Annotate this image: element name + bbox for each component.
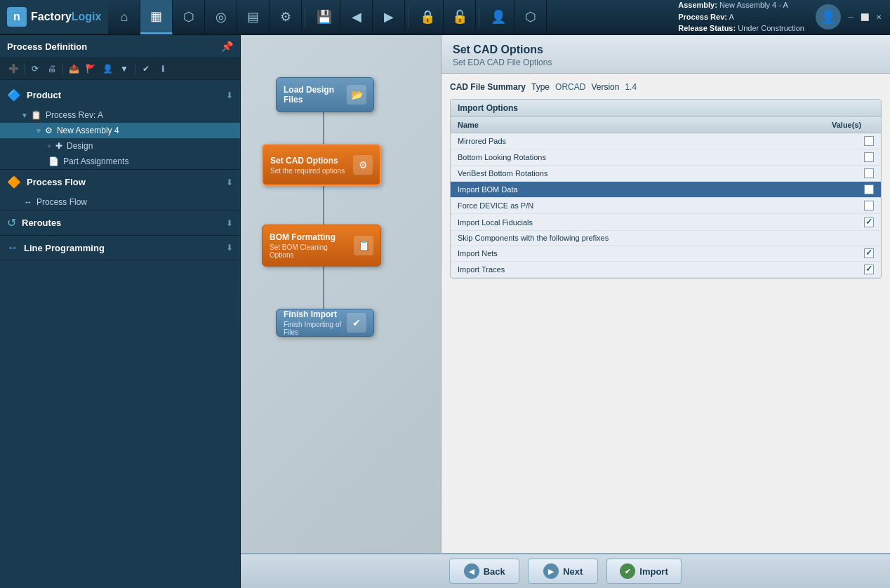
option-name: Bottom Looking Rotations	[451, 149, 825, 166]
back-icon[interactable]: ◀	[340, 0, 373, 34]
checkbox[interactable]	[864, 168, 874, 178]
globe-icon[interactable]: ◎	[205, 0, 237, 34]
checkbox[interactable]	[864, 218, 874, 227]
design-item[interactable]: ＋ ✚ Design	[0, 138, 240, 154]
checkbox[interactable]	[864, 265, 874, 274]
close-button[interactable]: ✕	[873, 11, 884, 22]
checkbox[interactable]	[864, 152, 874, 162]
bottom-bar: ◀ Back ▶ Next ✔ Import	[241, 553, 890, 588]
option-value[interactable]	[825, 166, 881, 182]
flag-button[interactable]: 🚩	[83, 61, 98, 76]
assembly-label: New Assembly 4	[57, 126, 119, 135]
assembly-label: Assembly: New Assembly 4 - A	[678, 0, 804, 11]
grid-icon[interactable]: ▦	[140, 0, 173, 34]
checkbox[interactable]	[864, 185, 874, 194]
pf-icon: ↔	[24, 197, 32, 207]
sidebar-item-line-programming[interactable]: ↔ Line Programming ⬇	[0, 236, 240, 260]
line-programming-section: ↔ Line Programming ⬇	[0, 236, 240, 260]
forward-icon[interactable]: ▶	[373, 0, 405, 34]
process-flow-icon: 🔶	[7, 175, 21, 189]
person-add-button[interactable]: 👤	[100, 61, 115, 76]
window-controls: ─ ⬜ ✕	[845, 11, 884, 22]
process-flow-label: Process Flow	[27, 177, 226, 187]
check-button[interactable]: ✔	[138, 61, 154, 76]
table-row[interactable]: Mirrored Pads	[451, 133, 881, 149]
restore-button[interactable]: ⬜	[859, 11, 870, 22]
option-value[interactable]	[825, 261, 881, 277]
option-value[interactable]	[825, 198, 881, 214]
refresh-button[interactable]: ⟳	[27, 61, 43, 76]
save-icon[interactable]: 💾	[308, 0, 340, 34]
table-row[interactable]: Bottom Looking Rotations	[451, 149, 881, 166]
document-icon[interactable]: ⬡	[173, 0, 205, 34]
cad-summary-label: CAD File Summary	[450, 82, 526, 92]
table-row[interactable]: VeriBest Bottom Rotations	[451, 166, 881, 182]
load-design-title: Load Design Files	[284, 85, 347, 105]
table-row[interactable]: Import Nets	[451, 245, 881, 261]
sidebar-item-process-flow[interactable]: 🔶 Process Flow ⬇	[0, 170, 240, 194]
bom-formatting-node[interactable]: BOM Formatting Set BOM Cleaning Options …	[262, 225, 381, 267]
checkbox[interactable]	[864, 201, 874, 211]
network-icon[interactable]: ⬡	[514, 0, 547, 34]
new-assembly-item[interactable]: ▼ ⚙ New Assembly 4	[0, 123, 240, 138]
checkbox[interactable]	[864, 248, 874, 258]
dropdown-button[interactable]: ▼	[117, 61, 132, 76]
line-prog-arrow-icon: ⬇	[226, 243, 233, 253]
option-value[interactable]	[825, 230, 881, 245]
user-avatar[interactable]: 👤	[816, 4, 841, 29]
pin-icon[interactable]: 📌	[221, 41, 233, 52]
print-button[interactable]: 🖨	[44, 61, 60, 76]
table-row[interactable]: Force DEVICE as P/N	[451, 198, 881, 214]
next-button[interactable]: ▶ Next	[528, 559, 598, 584]
import-button[interactable]: ✔ Import	[606, 559, 681, 584]
line-prog-label: Line Programming	[24, 243, 226, 253]
table-row[interactable]: Import Traces	[451, 261, 881, 277]
home-icon[interactable]: ⌂	[108, 0, 140, 34]
next-label: Next	[563, 566, 583, 577]
minimize-button[interactable]: ─	[845, 11, 856, 22]
part-assignments-label: Part Assignments	[63, 156, 128, 166]
option-name: Skip Components with the following prefi…	[451, 230, 825, 245]
finish-import-node[interactable]: Finish Import Finish Importing of Files …	[276, 309, 374, 337]
flow-canvas: Load Design Files 📂 Set CAD Options Set …	[241, 35, 441, 553]
gear-icon[interactable]: ⚙	[270, 0, 302, 34]
table-row[interactable]: Import BOM Data	[451, 182, 881, 198]
option-name: Import Traces	[451, 261, 825, 277]
option-name: Import BOM Data	[451, 182, 825, 198]
person-icon[interactable]: 👤	[482, 0, 514, 34]
option-value[interactable]	[825, 133, 881, 149]
checkbox[interactable]	[864, 136, 874, 146]
lock-icon[interactable]: 🔒	[411, 0, 444, 34]
set-cad-text: Set CAD Options Set the required options	[270, 156, 353, 175]
option-value[interactable]	[825, 245, 881, 261]
info-button[interactable]: ℹ	[155, 61, 171, 76]
lock-open-icon[interactable]: 🔓	[444, 0, 476, 34]
panel-subtitle: Set EDA CAD File Options	[453, 58, 879, 67]
expand-icon3: ＋	[46, 141, 53, 151]
load-design-node[interactable]: Load Design Files 📂	[276, 77, 374, 112]
sidebar-item-reroutes[interactable]: ↺ Reroutes ⬇	[0, 211, 240, 235]
table-icon[interactable]: ▤	[237, 0, 270, 34]
content-area: Load Design Files 📂 Set CAD Options Set …	[241, 35, 890, 588]
sidebar-item-product[interactable]: 🔷 Product ⬇	[0, 83, 240, 107]
option-value[interactable]	[825, 182, 881, 198]
back-button[interactable]: ◀ Back	[449, 559, 519, 584]
right-panel: Set CAD Options Set EDA CAD File Options…	[441, 35, 890, 553]
option-value[interactable]	[825, 214, 881, 230]
panel-header: Set CAD Options Set EDA CAD File Options	[441, 35, 890, 74]
option-value[interactable]	[825, 149, 881, 166]
process-rev-item[interactable]: ▼ 📋 Process Rev: A	[0, 107, 240, 123]
expand-icon2: ▼	[35, 127, 42, 135]
process-flow-item[interactable]: ↔ Process Flow	[0, 194, 240, 210]
set-cad-node[interactable]: Set CAD Options Set the required options…	[262, 144, 381, 186]
product-arrow-icon: ⬇	[226, 91, 233, 100]
table-row[interactable]: Skip Components with the following prefi…	[451, 230, 881, 245]
table-row[interactable]: Import Local Fiducials	[451, 214, 881, 230]
set-cad-subtitle: Set the required options	[270, 167, 353, 175]
cad-file-summary: CAD File Summary Type ORCAD Version 1.4	[450, 82, 882, 92]
export-button[interactable]: 📤	[66, 61, 81, 76]
add-button[interactable]: ➕	[6, 61, 21, 76]
topbar-sep1	[305, 6, 305, 27]
part-assignments-item[interactable]: 📄 Part Assignments	[0, 154, 240, 169]
cad-version-value: 1.4	[625, 82, 637, 92]
